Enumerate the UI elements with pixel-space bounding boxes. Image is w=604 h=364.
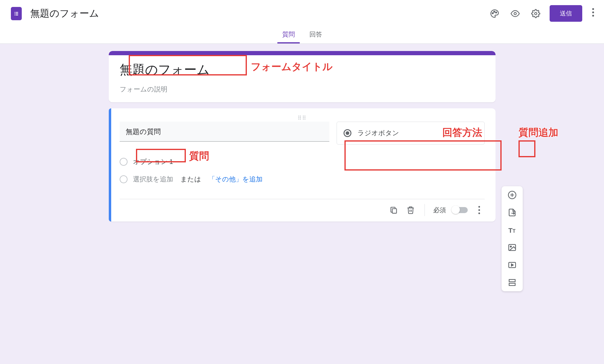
more-icon xyxy=(475,206,483,214)
svg-rect-31 xyxy=(509,283,515,286)
svg-point-7 xyxy=(494,11,495,12)
svg-point-13 xyxy=(592,15,594,17)
svg-point-27 xyxy=(510,246,511,247)
question-card: ⠿⠿ ラジオボタン ▼ オプション 1 選択肢を追加 または 「その他 xyxy=(109,108,496,222)
preview-icon xyxy=(511,9,520,18)
chevron-down-icon: ▼ xyxy=(473,131,478,136)
option-row: オプション 1 xyxy=(120,153,485,171)
svg-rect-30 xyxy=(509,279,515,282)
svg-marker-29 xyxy=(511,264,513,266)
document-title[interactable]: 無題のフォーム xyxy=(30,7,488,20)
svg-point-12 xyxy=(592,11,594,13)
copy-icon xyxy=(389,206,398,214)
duplicate-button[interactable] xyxy=(388,205,399,216)
svg-point-9 xyxy=(514,12,516,15)
question-footer: 必須 xyxy=(120,199,485,222)
add-title-button[interactable]: TT xyxy=(507,225,517,235)
delete-icon xyxy=(406,206,415,214)
more-icon xyxy=(592,8,594,17)
palette-icon xyxy=(490,9,499,18)
form-description-input[interactable]: フォームの説明 xyxy=(120,85,485,94)
add-question-button[interactable] xyxy=(507,190,517,200)
svg-rect-5 xyxy=(16,14,18,15)
floating-toolbar: TT xyxy=(502,186,523,291)
radio-empty-icon xyxy=(120,175,128,183)
svg-point-17 xyxy=(478,206,480,208)
option-text[interactable]: オプション 1 xyxy=(133,157,173,166)
text-icon: TT xyxy=(508,225,517,235)
section-icon xyxy=(508,278,517,287)
video-icon xyxy=(508,260,517,270)
import-icon xyxy=(508,208,517,217)
svg-point-10 xyxy=(535,12,537,15)
import-questions-button[interactable] xyxy=(507,207,517,218)
settings-icon xyxy=(531,9,540,18)
svg-text:T: T xyxy=(508,227,512,234)
app-header: 無題のフォーム 送信 xyxy=(0,0,604,27)
svg-point-18 xyxy=(478,209,480,211)
footer-divider xyxy=(425,204,425,216)
settings-button[interactable] xyxy=(529,7,542,20)
svg-rect-4 xyxy=(15,14,15,15)
delete-button[interactable] xyxy=(405,205,416,216)
required-label: 必須 xyxy=(433,206,446,214)
more-menu-button[interactable] xyxy=(589,8,597,19)
or-text: または xyxy=(180,175,201,184)
question-title-input[interactable] xyxy=(126,128,323,136)
preview-button[interactable] xyxy=(509,7,522,20)
theme-button[interactable] xyxy=(488,7,501,20)
forms-logo[interactable] xyxy=(11,7,22,20)
svg-rect-3 xyxy=(16,13,18,14)
image-icon xyxy=(508,243,517,252)
add-option-row: 選択肢を追加 または 「その他」を追加 xyxy=(120,171,485,188)
svg-rect-0 xyxy=(15,12,15,12)
svg-point-19 xyxy=(478,212,480,214)
add-video-button[interactable] xyxy=(507,260,517,270)
tab-questions[interactable]: 質問 xyxy=(277,27,300,43)
radio-icon xyxy=(344,129,351,137)
form-header-card: フォームの説明 xyxy=(109,51,496,102)
add-option-button[interactable]: 選択肢を追加 xyxy=(133,175,173,184)
svg-text:T: T xyxy=(512,228,515,234)
question-header-row: ラジオボタン ▼ xyxy=(120,122,485,145)
question-type-label: ラジオボタン xyxy=(357,129,467,138)
annotation-add-question-box xyxy=(518,140,535,157)
svg-rect-2 xyxy=(15,13,15,14)
tab-responses[interactable]: 回答 xyxy=(305,27,327,43)
add-image-button[interactable] xyxy=(507,242,517,253)
add-other-button[interactable]: 「その他」を追加 xyxy=(208,175,263,184)
svg-rect-14 xyxy=(392,209,396,213)
question-more-button[interactable] xyxy=(474,205,485,216)
form-canvas: フォームの説明 ⠿⠿ ラジオボタン ▼ オプション 1 選 xyxy=(0,44,604,222)
question-type-selector[interactable]: ラジオボタン ▼ xyxy=(337,122,485,145)
main-tabs: 質問 回答 xyxy=(0,27,604,44)
form-column: フォームの説明 ⠿⠿ ラジオボタン ▼ オプション 1 選 xyxy=(109,51,496,222)
svg-point-11 xyxy=(592,8,594,10)
svg-rect-1 xyxy=(16,12,18,12)
header-actions: 送信 xyxy=(488,5,597,22)
add-section-button[interactable] xyxy=(507,277,517,288)
form-title-input[interactable] xyxy=(120,61,485,78)
send-button[interactable]: 送信 xyxy=(550,5,582,22)
radio-empty-icon xyxy=(120,158,128,166)
add-icon xyxy=(508,190,517,200)
svg-point-8 xyxy=(496,12,497,13)
drag-handle-icon[interactable]: ⠿⠿ xyxy=(120,117,485,122)
question-input-wrapper[interactable] xyxy=(120,122,329,142)
required-toggle[interactable] xyxy=(452,207,468,213)
svg-point-6 xyxy=(492,12,493,14)
annotation-add-question-label: 質問追加 xyxy=(518,126,558,139)
